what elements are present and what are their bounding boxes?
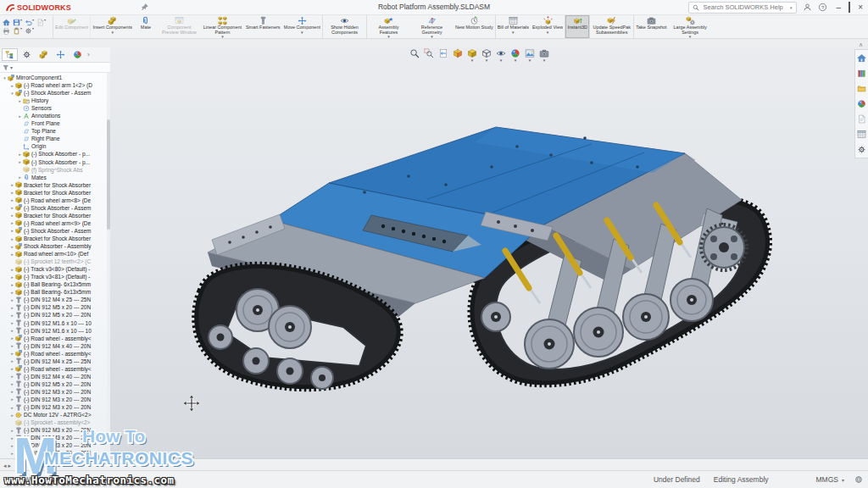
tree-item[interactable]: ▸ (-) Track v3<81> (Default) -: [0, 273, 110, 280]
tree-item[interactable]: ▸ Bracket for Shock Absorber: [0, 212, 110, 219]
exploded-view-button[interactable]: Exploded View: [531, 15, 565, 38]
tree-expand-icon[interactable]: ▸: [9, 228, 15, 233]
hide-show-items-icon[interactable]: [495, 48, 507, 62]
tree-expand-icon[interactable]: ▸: [17, 152, 23, 157]
chevron-down-icon[interactable]: [387, 35, 390, 38]
previous-view-icon[interactable]: [437, 48, 449, 62]
status-units[interactable]: MMGS: [816, 475, 838, 484]
tree-item[interactable]: ▸ (-) Road wheel arm 1<2> (D: [0, 81, 110, 89]
tree-item[interactable]: ▾ (-) Shock Absorber - Assem: [0, 89, 110, 97]
tree-item[interactable]: ▸ (-) DIN 912 M3 x 20 --- 20N: [0, 396, 110, 403]
save-icon[interactable]: [13, 19, 22, 26]
zoom-to-fit-icon[interactable]: [409, 48, 420, 62]
settings-icon[interactable]: [857, 145, 866, 154]
globe-icon[interactable]: [854, 475, 863, 484]
featuremanager-tab[interactable]: [2, 48, 18, 61]
tree-expand-icon[interactable]: ▸: [9, 290, 15, 295]
filter-caret-icon[interactable]: ▾: [10, 64, 13, 70]
tree-item[interactable]: ▸ (-) Shock Absorber - p...: [0, 158, 110, 166]
instant3d-button[interactable]: Instant3D: [565, 15, 590, 38]
tree-item[interactable]: ▸ (-) DIN 912 M1.6 x 10 --- 10: [0, 319, 110, 327]
panel-tabs-more-icon[interactable]: ›: [87, 51, 90, 58]
tree-item[interactable]: Origin: [0, 142, 110, 150]
appearances-scenes-icon[interactable]: [857, 99, 866, 108]
tree-expand-icon[interactable]: ▸: [9, 443, 15, 448]
search-input[interactable]: [702, 3, 787, 12]
component-preview-window-button[interactable]: Component Preview Window: [158, 15, 201, 38]
filter-funnel-icon[interactable]: [3, 64, 9, 71]
tree-expand-icon[interactable]: ▸: [9, 320, 15, 325]
assembly-features-button[interactable]: Assembly Features: [367, 15, 410, 38]
minimize-button[interactable]: –: [837, 3, 842, 13]
tree-expand-icon[interactable]: ▸: [9, 274, 15, 280]
new-document-icon[interactable]: [36, 19, 46, 26]
tree-expand-icon[interactable]: ▸: [9, 343, 15, 348]
tree-expand-icon[interactable]: ▸: [9, 396, 15, 402]
tree-expand-icon[interactable]: ▸: [9, 381, 15, 386]
tree-item[interactable]: ▸ (-) DIN 912 M3 x 20 --- 20N: [0, 403, 110, 411]
tree-expand-icon[interactable]: ▸: [9, 190, 15, 195]
tree-item[interactable]: ▸ Bracket for Shock Absorber: [0, 235, 110, 242]
tree-expand-icon[interactable]: ▸: [17, 159, 23, 164]
tree-item[interactable]: ▸ Bracket for Shock Absorber: [0, 181, 110, 189]
dimxpertmanager-tab[interactable]: [53, 48, 69, 61]
tree-item[interactable]: ▸ (-) DIN 912 M3 x 20 --- 20N: [0, 426, 110, 434]
tree-expand-icon[interactable]: ▸: [9, 305, 15, 310]
smart-fasteners-button[interactable]: Smart Fasteners: [244, 15, 282, 38]
tree-item[interactable]: (-) Sprocket - assembly<2>: [0, 419, 110, 426]
tree-item[interactable]: ▸ Bracket for Shock Absorber: [0, 189, 110, 197]
section-view-icon[interactable]: [452, 48, 464, 62]
tree-item[interactable]: Front Plane: [0, 119, 110, 127]
tree-item[interactable]: ▸ (-) Shock Absorber - p...: [0, 150, 110, 158]
tree-item[interactable]: (f) Spring^Shock Abs: [0, 166, 110, 174]
zoom-to-area-icon[interactable]: [423, 48, 435, 62]
tree-item[interactable]: ▸ (-) Ball Bearing- 6x13x5mm: [0, 280, 110, 288]
tree-expand-icon[interactable]: ▸: [9, 267, 15, 272]
tree-item[interactable]: Top Plane: [0, 127, 110, 135]
rebuild-icon[interactable]: [13, 27, 22, 35]
tree-item[interactable]: ▸ Mates: [0, 174, 110, 181]
tree-item[interactable]: ▸ (-) Shock Absorber - Assem: [0, 204, 110, 212]
configurationmanager-tab[interactable]: [36, 48, 52, 61]
apply-scene-icon[interactable]: [524, 48, 536, 62]
file-explorer-icon[interactable]: [857, 84, 866, 93]
tree-item[interactable]: ▾ MirrorComponent1: [0, 74, 110, 81]
new-motion-study-button[interactable]: New Motion Study: [453, 15, 496, 38]
tree-expand-icon[interactable]: ▸: [9, 197, 15, 202]
design-library-icon[interactable]: [857, 69, 866, 78]
custom-properties-icon[interactable]: [857, 114, 866, 124]
tree-item[interactable]: ▸ (-) DIN 912 M3 x 20 --- 20N: [0, 441, 110, 449]
chevron-down-icon[interactable]: [431, 35, 433, 38]
pin-icon[interactable]: [141, 3, 148, 11]
tree-expand-icon[interactable]: ▸: [9, 182, 15, 187]
tree-expand-icon[interactable]: ▸: [17, 175, 23, 180]
tree-expand-icon[interactable]: ▸: [9, 244, 15, 249]
robot-model-3d[interactable]: [110, 47, 854, 459]
insert-components-button[interactable]: Insert Components: [91, 15, 133, 38]
chevron-down-icon[interactable]: [111, 30, 114, 34]
take-snapshot-button[interactable]: Take Snapshot: [634, 15, 668, 38]
tree-item[interactable]: ▸ (-) DIN 912 M4 x 25 --- 25N: [0, 296, 110, 303]
propertymanager-tab[interactable]: [19, 48, 35, 61]
tree-item[interactable]: Right Plane: [0, 135, 110, 142]
tree-item[interactable]: ▸ (-) DIN 912 M3 x 20 --- 20N: [0, 388, 110, 396]
tree-expand-icon[interactable]: ▸: [9, 405, 15, 410]
bill-of-materials-button[interactable]: Bill of Materials: [496, 15, 531, 38]
tree-expand-icon[interactable]: ▸: [9, 336, 15, 341]
tree-expand-icon[interactable]: ▸: [9, 83, 15, 88]
tree-item[interactable]: ▸ Annotations: [0, 112, 110, 119]
units-caret-icon[interactable]: ▾: [842, 477, 844, 483]
tree-item[interactable]: ▸ (-) DIN 912 M3 x 20 --- 20N: [0, 434, 110, 441]
chevron-down-icon[interactable]: [221, 35, 224, 38]
tree-expand-icon[interactable]: ▸: [9, 351, 15, 356]
tree-item[interactable]: ▸ (-) DIN 912 M4 x 40 --- 20N: [0, 342, 110, 350]
tree-expand-icon[interactable]: ▸: [17, 98, 23, 103]
tree-item[interactable]: ▸ (-) DIN 912 M5 x 20 --- 20N: [0, 303, 110, 311]
close-button[interactable]: ×: [858, 3, 863, 13]
help-icon[interactable]: [818, 3, 827, 12]
view-orientation-icon[interactable]: [466, 48, 478, 62]
graphics-viewport[interactable]: [110, 47, 868, 459]
tree-item[interactable]: ▸ (-) DIN 912 M3 x 20 --- 20N: [0, 449, 110, 457]
tree-item[interactable]: ▸ (-) Track v3<80> (Default) -: [0, 265, 110, 273]
tree-item[interactable]: ▸ (-) DIN 912 M5 x 20 --- 20N: [0, 311, 110, 319]
